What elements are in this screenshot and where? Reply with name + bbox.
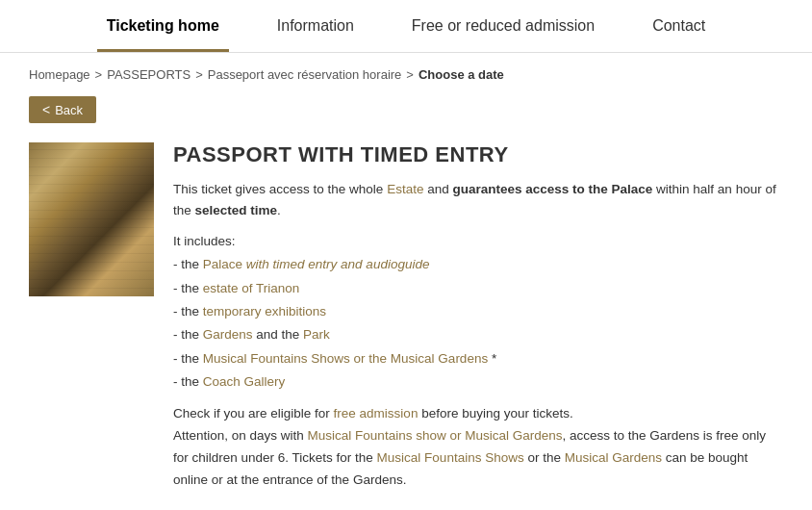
estate-link[interactable]: Estate [387,182,423,196]
desc-selected: selected time [195,203,278,217]
breadcrumb: Homepage > PASSEPORTS > Passeport avec r… [0,53,812,91]
breadcrumb-passeports[interactable]: PASSEPORTS [107,67,190,82]
check-text-2: before buying your tickets. [418,406,572,421]
temp-exhibitions-link[interactable]: temporary exhibitions [203,304,326,319]
item-temp-exhibitions: - the temporary exhibitions [173,300,783,323]
park-link[interactable]: Park [303,327,330,342]
palace-link[interactable]: Palace [203,257,242,271]
back-button-container: < Back [0,91,812,138]
back-arrow-icon: < [42,102,50,117]
includes-label: It includes: [173,230,783,253]
check-section: Check if you are eligible for free admis… [173,403,783,492]
attention-text: Attention, on days with [173,428,308,443]
free-admission-link[interactable]: free admission [334,406,419,421]
check-para-1: Check if you are eligible for free admis… [173,403,783,425]
header: Ticketing home Information Free or reduc… [0,0,812,53]
text-content: PASSPORT WITH TIMED ENTRY This ticket gi… [173,142,783,492]
breadcrumb-current: Choose a date [419,67,504,82]
attention-text-3: or the [524,450,565,465]
item-musical: - the Musical Fountains Shows or the Mus… [173,347,783,370]
palace-audioguide-link[interactable]: with timed entry and audioguide [246,257,430,271]
musical-gardens-link[interactable]: Musical Gardens [565,450,662,465]
desc-bold: guarantees access to the Palace [452,182,652,196]
back-button[interactable]: < Back [29,96,96,123]
nav-free-reduced[interactable]: Free or reduced admission [383,0,623,52]
trianon-link[interactable]: estate of Trianon [203,281,300,295]
breadcrumb-sep1: > [95,67,103,82]
item-palace: - the Palace with timed entry and audiog… [173,253,783,276]
breadcrumb-sep3: > [406,67,414,82]
item-coach: - the Coach Gallery [173,370,783,394]
page-title: PASSPORT WITH TIMED ENTRY [173,142,783,167]
check-para-2: Attention, on days with Musical Fountain… [173,425,783,492]
item-gardens: - the Gardens and the Park [173,323,783,346]
item-trianon: - the estate of Trianon [173,277,783,300]
desc-text-2: and [427,182,452,196]
gardens-link[interactable]: Gardens [203,327,253,342]
includes-section: It includes: - the Palace with timed ent… [173,230,783,394]
musical-fountains-show-link[interactable]: Musical Fountains show or Musical Garden… [308,428,563,443]
desc-text-1: This ticket gives access to the whole [173,182,383,196]
musical-fountains-shows-link2[interactable]: Musical Fountains Shows [377,450,524,465]
main-nav: Ticketing home Information Free or reduc… [19,0,793,52]
nav-contact[interactable]: Contact [623,0,734,52]
musical-fountains-link[interactable]: Musical Fountains Shows or the Musical G… [203,351,488,366]
breadcrumb-homepage[interactable]: Homepage [29,67,90,82]
nav-information[interactable]: Information [248,0,383,52]
description-paragraph: This ticket gives access to the whole Es… [173,179,783,220]
coach-gallery-link[interactable]: Coach Gallery [203,374,286,389]
main-content: PASSPORT WITH TIMED ENTRY This ticket gi… [0,138,812,510]
breadcrumb-passeport-horaire[interactable]: Passeport avec réservation horaire [208,67,402,82]
palace-thumbnail [29,142,154,296]
breadcrumb-sep2: > [195,67,203,82]
check-text-1: Check if you are eligible for [173,406,334,421]
back-button-label: Back [55,103,83,117]
nav-ticketing-home[interactable]: Ticketing home [78,0,248,52]
